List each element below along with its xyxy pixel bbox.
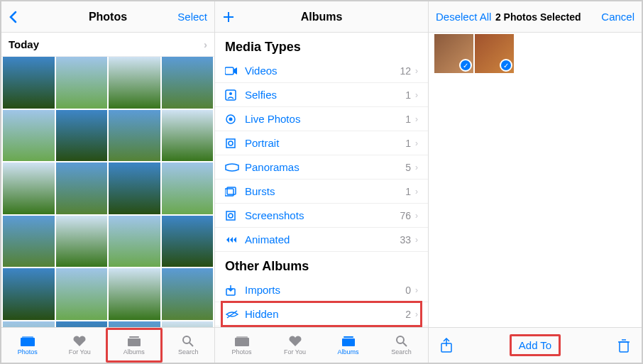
photo-thumb[interactable] [56, 268, 108, 320]
selfie-icon [225, 89, 245, 101]
album-row[interactable]: Animated33› [215, 228, 428, 252]
album-count: 1 [405, 138, 411, 149]
album-row[interactable]: Imports0› [215, 278, 428, 302]
photo-thumb[interactable] [56, 216, 108, 268]
album-row[interactable]: Screenshots76› [215, 204, 428, 228]
svg-rect-16 [226, 211, 235, 220]
photo-thumb[interactable] [162, 268, 214, 320]
svg-rect-2 [128, 338, 141, 346]
album-count: 1 [405, 89, 411, 101]
share-icon[interactable] [440, 338, 453, 353]
svg-point-12 [229, 117, 233, 121]
nav-title: 2 Photos Selected [495, 11, 581, 23]
tab-label: Photos [18, 348, 38, 355]
album-label: Animated [245, 233, 400, 246]
add-button[interactable] [222, 11, 235, 23]
album-label: Portrait [245, 137, 405, 149]
photo-thumb[interactable] [3, 216, 55, 268]
album-row[interactable]: Selfies1› [215, 83, 428, 107]
portrait-icon [225, 138, 245, 149]
albums-list: Media TypesVideos12›Selfies1›Live Photos… [215, 33, 428, 327]
nav-bar: Photos Select [1, 1, 214, 33]
album-count: 76 [400, 210, 411, 221]
photo-thumb[interactable] [56, 57, 108, 109]
nav-bar: Deselect All 2 Photos Selected Cancel [429, 1, 642, 33]
album-label: Live Photos [245, 113, 405, 125]
album-count: 12 [400, 65, 411, 77]
tab-albums[interactable]: Albums [322, 328, 375, 363]
photo-thumb[interactable] [109, 321, 160, 328]
svg-rect-8 [225, 67, 233, 75]
burst-icon [225, 187, 245, 197]
photo-grid [1, 57, 214, 327]
tab-photos[interactable]: Photos [215, 328, 268, 363]
photo-thumb[interactable] [56, 110, 108, 162]
chevron-right-icon: › [415, 285, 418, 295]
add-to-button[interactable]: Add To [510, 334, 561, 356]
nav-title: Photos [89, 11, 127, 23]
photo-thumb[interactable] [162, 321, 214, 328]
back-icon[interactable] [9, 11, 17, 23]
trash-icon[interactable] [617, 338, 630, 353]
tab-bar: Photos For You Albums Search [1, 327, 214, 363]
photo-thumb[interactable] [109, 216, 160, 268]
album-count: 33 [400, 234, 411, 246]
screenshot-icon [225, 210, 245, 221]
album-row[interactable]: Panoramas5› [215, 155, 428, 180]
photo-thumb[interactable] [56, 321, 108, 328]
photo-thumb[interactable] [162, 216, 214, 268]
album-row[interactable]: Bursts1› [215, 180, 428, 204]
tab-search[interactable]: Search [163, 328, 215, 363]
selected-photos: ✓ ✓ [429, 33, 642, 75]
photo-thumb[interactable] [3, 268, 55, 320]
svg-line-5 [189, 343, 193, 346]
tab-foryou[interactable]: For You [54, 328, 106, 363]
photo-thumb[interactable] [3, 110, 55, 162]
deselect-all-button[interactable]: Deselect All [436, 11, 491, 23]
tab-photos[interactable]: Photos [1, 328, 54, 363]
photos-screen: Photos Select Today › [1, 1, 215, 363]
tab-search[interactable]: Search [375, 328, 428, 363]
selected-thumb[interactable]: ✓ [475, 34, 514, 73]
album-row[interactable]: Portrait1› [215, 131, 428, 155]
album-row[interactable]: Live Photos1› [215, 107, 428, 131]
photos-icon [234, 335, 250, 348]
cancel-button[interactable]: Cancel [601, 11, 634, 23]
pano-icon [225, 163, 245, 172]
photo-thumb[interactable] [109, 110, 160, 162]
photo-thumb[interactable] [109, 57, 160, 109]
album-label: Videos [245, 65, 400, 77]
photo-thumb[interactable] [3, 162, 55, 214]
photo-thumb[interactable] [56, 162, 108, 214]
albums-icon [126, 335, 142, 348]
svg-rect-1 [22, 336, 33, 345]
tab-label: For You [284, 348, 306, 355]
photo-thumb[interactable] [3, 321, 55, 328]
tab-albums[interactable]: Albums [106, 328, 163, 363]
tab-label: Search [178, 348, 199, 355]
photo-thumb[interactable] [109, 162, 160, 214]
tab-foryou[interactable]: For You [268, 328, 322, 363]
import-icon [225, 285, 245, 296]
photo-thumb[interactable] [162, 110, 214, 162]
nav-bar: Albums [215, 1, 428, 33]
photo-thumb[interactable] [3, 57, 55, 109]
photo-thumb[interactable] [162, 162, 214, 214]
photo-thumb[interactable] [109, 268, 160, 320]
search-icon [394, 335, 410, 348]
selected-thumb[interactable]: ✓ [434, 34, 473, 73]
album-row[interactable]: Hidden2› [215, 302, 428, 326]
photo-thumb[interactable] [162, 57, 214, 109]
section-today[interactable]: Today › [1, 33, 214, 57]
album-count: 1 [405, 186, 411, 197]
svg-rect-22 [236, 336, 248, 345]
tab-label: For You [69, 348, 91, 355]
album-count: 5 [405, 162, 411, 173]
svg-point-17 [229, 214, 233, 218]
album-label: Bursts [245, 185, 405, 197]
album-row[interactable]: Videos12› [215, 59, 428, 83]
svg-point-25 [397, 336, 404, 343]
svg-point-13 [229, 141, 233, 145]
select-button[interactable]: Select [177, 11, 207, 23]
albums-icon [341, 335, 356, 348]
